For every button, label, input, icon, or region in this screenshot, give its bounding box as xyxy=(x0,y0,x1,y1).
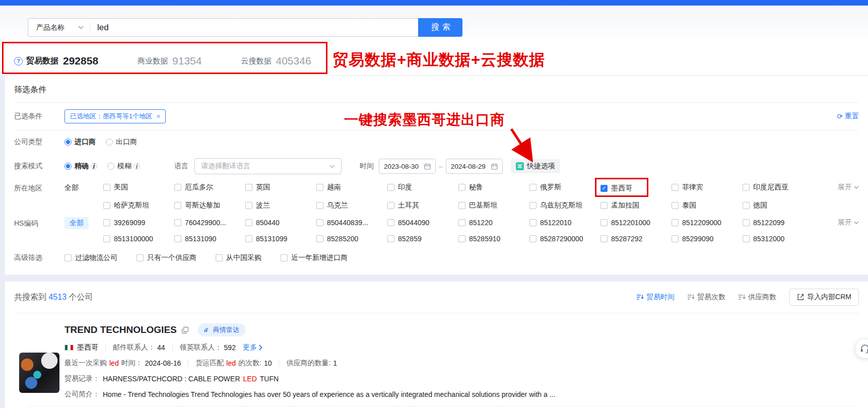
tab-trade-data[interactable]: ? 贸易数据 292858 xyxy=(14,55,98,67)
hs-option[interactable]: 85122099 xyxy=(743,219,784,227)
selected-region-tag[interactable]: 已选地区：墨西哥等1个地区 × xyxy=(64,109,166,123)
region-option[interactable]: 越南 xyxy=(316,183,341,192)
checkbox xyxy=(672,219,679,226)
refresh-icon: ⟳ xyxy=(837,112,843,120)
divider xyxy=(188,360,188,367)
quick-options-label: 快捷选项 xyxy=(527,162,555,171)
region-option[interactable]: 土耳其 xyxy=(387,201,419,210)
import-crm-button[interactable]: 导入内部CRM xyxy=(789,289,859,306)
radio-exporter[interactable]: 出口商 xyxy=(106,138,137,147)
region-option[interactable]: 英国 xyxy=(245,183,270,192)
sort-trade-count[interactable]: 贸易次数 xyxy=(688,293,725,302)
advanced-option-buy-from-china[interactable]: 从中国采购 xyxy=(216,253,261,262)
hs-option[interactable]: 85044090 xyxy=(387,219,429,227)
hs-option[interactable]: 85131099 xyxy=(245,235,287,243)
hs-option[interactable]: 85285200 xyxy=(316,235,358,243)
region-grid: 全部 美国 厄瓜多尔 英国 越南 印度 秘鲁 俄罗斯 墨西哥 菲律宾 印度尼西亚… xyxy=(64,179,814,215)
date-to-picker[interactable]: 2024-08-29 xyxy=(446,159,503,174)
summary-count: 4513 xyxy=(48,293,66,301)
region-option[interactable]: 德国 xyxy=(743,201,767,210)
region-option[interactable]: 印度尼西亚 xyxy=(743,183,788,192)
checkbox xyxy=(64,254,72,261)
hs-grid: 全部 39269099 760429900... 850440 85044083… xyxy=(64,215,814,247)
data-tabs: ? 贸易数据 292858 商业数据 91354 云搜数据 405346 xyxy=(14,48,351,74)
radio-importer[interactable]: 进口商 xyxy=(64,138,96,147)
hs-expand-button[interactable]: 展开 xyxy=(838,218,859,227)
sort-trade-time[interactable]: 贸易时间 xyxy=(637,293,675,302)
region-option-mexico[interactable]: 墨西哥 xyxy=(600,184,632,193)
region-option[interactable]: 俄罗斯 xyxy=(529,183,561,192)
hs-option[interactable]: 851220 xyxy=(458,219,493,227)
region-option[interactable]: 孟加拉国 xyxy=(600,201,639,210)
hs-option[interactable]: 8513100000 xyxy=(103,235,153,243)
region-option[interactable]: 乌克兰 xyxy=(316,201,348,210)
tab-cloud-search-data[interactable]: 云搜数据 405346 xyxy=(241,55,311,67)
summary-prefix: 共搜索到 xyxy=(14,293,46,301)
region-all[interactable]: 全部 xyxy=(64,183,103,192)
hs-all[interactable]: 全部 xyxy=(64,217,89,229)
chevron-down-icon xyxy=(854,186,859,189)
checkbox xyxy=(137,254,144,261)
search-input[interactable] xyxy=(90,19,418,36)
company-thumbnail[interactable] xyxy=(19,353,59,393)
region-option[interactable]: 哈萨克斯坦 xyxy=(103,201,149,210)
reset-button[interactable]: ⟳ 重置 xyxy=(837,112,859,121)
region-option[interactable]: 美国 xyxy=(103,183,128,192)
region-option[interactable]: 哥斯达黎加 xyxy=(174,201,220,210)
region-option[interactable]: 秘鲁 xyxy=(458,183,483,192)
quick-options-button[interactable]: ⌘ 快捷选项 xyxy=(511,159,560,173)
checkbox xyxy=(174,219,181,226)
hs-option[interactable]: 85287292 xyxy=(600,235,642,243)
purchase-label: 最近一次采购 xyxy=(64,359,107,368)
advanced-option-single-supplier[interactable]: 只有一个供应商 xyxy=(137,253,196,262)
region-option[interactable]: 菲律宾 xyxy=(672,183,703,192)
region-option[interactable]: 巴基斯坦 xyxy=(458,201,497,210)
company-name[interactable]: TREND TECHNOLOGIES xyxy=(64,324,177,335)
checkbox xyxy=(387,202,394,209)
tab-business-data[interactable]: 商业数据 91354 xyxy=(138,55,202,67)
advanced-option-filter-logistics[interactable]: 过滤物流公司 xyxy=(64,253,117,262)
hs-option[interactable]: 85131090 xyxy=(174,235,216,243)
hs-option[interactable]: 850440 xyxy=(245,219,280,227)
date-from-picker[interactable]: 2023-08-30 xyxy=(379,159,436,174)
hs-option[interactable]: 85312000 xyxy=(743,235,784,243)
region-expand-button[interactable]: 展开 xyxy=(838,183,859,192)
results-panel: 共搜索到 4513 个公司 贸易时间 贸易次数 供应商数 xyxy=(5,282,868,408)
help-circle-icon: ? xyxy=(14,57,23,65)
radio-label: 精确 xyxy=(75,162,89,171)
advanced-option-new-importers[interactable]: 近一年新增进口商 xyxy=(281,253,348,262)
hs-option[interactable]: 852859 xyxy=(387,235,422,243)
sort-icon xyxy=(739,294,746,301)
search-button[interactable]: 搜索 xyxy=(418,18,462,37)
region-option[interactable]: 波兰 xyxy=(245,201,270,210)
region-option[interactable]: 厄瓜多尔 xyxy=(174,183,213,192)
purchase-date: 2024-08-16 xyxy=(145,359,181,367)
radio-exact[interactable]: 精确 i xyxy=(64,162,97,171)
annotation-text-quick: 一键搜索墨西哥进出口商 xyxy=(344,110,505,129)
region-option[interactable]: 印度 xyxy=(387,183,412,192)
region-option[interactable]: 泰国 xyxy=(672,201,696,210)
hs-option[interactable]: 85122010 xyxy=(529,219,571,227)
radio-fuzzy[interactable]: 模糊 i xyxy=(107,162,140,171)
hs-option[interactable]: 8512209000 xyxy=(672,219,721,227)
copy-icon[interactable] xyxy=(181,326,189,334)
close-icon[interactable]: × xyxy=(156,112,160,120)
region-option[interactable]: 乌兹别克斯坦 xyxy=(529,201,582,210)
checkbox xyxy=(529,235,537,242)
more-link[interactable]: 更多 xyxy=(243,343,262,352)
sort-label: 贸易时间 xyxy=(646,293,675,302)
checkbox xyxy=(103,184,110,191)
hs-option[interactable]: 85285910 xyxy=(458,235,500,243)
language-select[interactable]: 请选择翻译语言 xyxy=(194,158,342,174)
hs-option[interactable]: 85299090 xyxy=(672,235,713,243)
search-category-label: 产品名称 xyxy=(36,23,64,32)
search-category-dropdown[interactable]: 产品名称 xyxy=(28,23,90,32)
business-radar-badge[interactable]: 商情雷达 xyxy=(198,323,245,336)
hs-option[interactable]: 39269099 xyxy=(103,219,145,227)
hs-option[interactable]: 760429900... xyxy=(174,219,226,227)
hs-option[interactable]: 8512201000 xyxy=(600,219,650,227)
hs-option[interactable]: 850440839... xyxy=(316,219,368,227)
hs-option[interactable]: 85287290000 xyxy=(529,235,583,243)
sort-supplier-count[interactable]: 供应商数 xyxy=(739,293,776,302)
checkbox xyxy=(174,202,181,209)
